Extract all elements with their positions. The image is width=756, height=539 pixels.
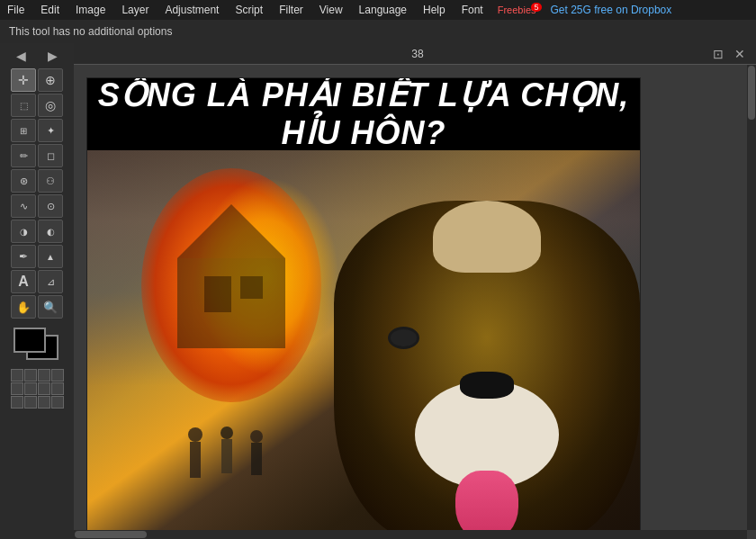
vertical-scrollbar-thumb[interactable] xyxy=(748,66,755,120)
pattern-cell[interactable] xyxy=(11,396,23,409)
burn-tool[interactable]: ◐ xyxy=(38,220,63,243)
hand-tool[interactable]: ✋ xyxy=(11,295,36,319)
dodge-tool[interactable]: ◑ xyxy=(11,220,36,243)
doc-tab-number: 38 xyxy=(126,48,709,60)
shape-tool[interactable]: ▲ xyxy=(38,245,63,268)
pattern-cell[interactable] xyxy=(24,396,37,409)
crop-tool[interactable]: ⊞ xyxy=(11,119,36,142)
pattern-cell[interactable] xyxy=(38,382,50,395)
menu-help[interactable]: Help xyxy=(416,2,453,18)
svg-rect-9 xyxy=(251,443,262,475)
pattern-grid xyxy=(11,369,64,409)
tool-row-8: ✒ ▲ xyxy=(11,245,63,268)
dog-face xyxy=(334,201,640,539)
meme-image xyxy=(87,150,640,539)
pattern-cell[interactable] xyxy=(38,369,50,382)
svg-point-8 xyxy=(250,430,263,443)
lasso-tool[interactable]: ◎ xyxy=(38,94,63,117)
toolhint-bar: This tool has no additional options xyxy=(0,20,756,43)
pattern-cell[interactable] xyxy=(11,369,23,382)
brush-tool[interactable]: ✏ xyxy=(11,144,36,167)
svg-rect-7 xyxy=(221,439,232,473)
pattern-cell[interactable] xyxy=(51,396,64,409)
menu-adjustment[interactable]: Adjustment xyxy=(158,2,226,18)
svg-rect-5 xyxy=(190,442,201,478)
dog-forehead xyxy=(433,201,541,273)
menu-layer[interactable]: Layer xyxy=(114,2,156,18)
menu-file[interactable]: File xyxy=(0,2,32,18)
color-swatches[interactable] xyxy=(14,328,60,362)
zoom-tool[interactable]: 🔍 xyxy=(38,295,63,319)
menu-freebies[interactable]: Freebies5 xyxy=(492,3,542,17)
svg-rect-2 xyxy=(204,276,231,312)
pattern-cell[interactable] xyxy=(51,382,64,395)
menu-view[interactable]: View xyxy=(312,2,350,18)
eyedropper-tool[interactable]: ⊿ xyxy=(38,270,63,293)
clone-tool[interactable]: ⊛ xyxy=(11,169,36,193)
pen-tool[interactable]: ✒ xyxy=(11,245,36,268)
house-svg xyxy=(159,186,339,366)
foreground-color-swatch[interactable] xyxy=(14,328,46,353)
canvas-area: 38 ⊡ ✕ SỐNG LÀ PHẢI BIẾT LỰA CHỌN, HỈU H… xyxy=(74,43,756,539)
tool-row-3: ⊞ ✦ xyxy=(11,119,63,142)
sidebar-scroll-right[interactable]: ▶ xyxy=(42,47,63,65)
pattern-cell[interactable] xyxy=(51,369,64,382)
svg-marker-1 xyxy=(177,204,285,258)
main-area: ◀ ▶ ✛ ⊕ ⬚ ◎ ⊞ ✦ ✏ ◻ ⊛ ⚇ ∿ ⊙ ◑ ◐ xyxy=(0,43,756,539)
pattern-cell[interactable] xyxy=(11,382,23,395)
eraser-tool[interactable]: ◻ xyxy=(38,144,63,167)
tool-row-7: ◑ ◐ xyxy=(11,220,63,243)
tool-row-10: ✋ 🔍 xyxy=(11,295,63,319)
pattern-cell[interactable] xyxy=(24,369,37,382)
sidebar-arrows: ◀ ▶ xyxy=(0,47,74,65)
smudge-tool[interactable]: ∿ xyxy=(11,194,36,218)
svg-rect-3 xyxy=(240,276,263,299)
tool-row-5: ⊛ ⚇ xyxy=(11,169,63,193)
menu-filter[interactable]: Filter xyxy=(272,2,310,18)
wand-tool[interactable]: ✦ xyxy=(38,119,63,142)
menu-script[interactable]: Script xyxy=(228,2,270,18)
menu-image[interactable]: Image xyxy=(68,2,112,18)
close-button[interactable]: ✕ xyxy=(731,47,749,61)
menu-edit[interactable]: Edit xyxy=(33,2,67,18)
patch-tool[interactable]: ⚇ xyxy=(38,169,63,193)
pattern-cell[interactable] xyxy=(24,382,37,395)
dog-nose xyxy=(460,372,514,399)
horizontal-scrollbar-thumb[interactable] xyxy=(75,531,147,538)
dog-eye xyxy=(388,327,419,349)
menu-language[interactable]: Language xyxy=(352,2,414,18)
tool-row-9: A ⊿ xyxy=(11,270,63,293)
dog-tongue xyxy=(455,471,518,539)
transform-tool[interactable]: ⊕ xyxy=(38,68,63,92)
tool-row-6: ∿ ⊙ xyxy=(11,194,63,218)
dropbox-link[interactable]: Get 25G free on Dropbox xyxy=(544,2,680,18)
svg-point-6 xyxy=(220,427,233,439)
horizontal-scrollbar[interactable] xyxy=(74,530,747,539)
pattern-cell[interactable] xyxy=(38,396,50,409)
meme-text: SỐNG LÀ PHẢI BIẾT LỰA CHỌN, HỈU HÔN? xyxy=(96,77,631,152)
move-tool[interactable]: ✛ xyxy=(11,68,36,92)
people-svg xyxy=(177,417,285,507)
menu-bar: File Edit Image Layer Adjustment Script … xyxy=(0,0,756,20)
doc-titlebar: 38 ⊡ ✕ xyxy=(74,43,756,65)
restore-button[interactable]: ⊡ xyxy=(709,47,727,61)
svg-point-4 xyxy=(188,427,202,442)
sidebar: ◀ ▶ ✛ ⊕ ⬚ ◎ ⊞ ✦ ✏ ◻ ⊛ ⚇ ∿ ⊙ ◑ ◐ xyxy=(0,43,74,539)
menu-font[interactable]: Font xyxy=(454,2,490,18)
tool-row-1: ✛ ⊕ xyxy=(11,68,63,92)
text-tool[interactable]: A xyxy=(11,270,36,293)
tool-row-4: ✏ ◻ xyxy=(11,144,63,167)
vertical-scrollbar[interactable] xyxy=(747,65,756,530)
marquee-tool[interactable]: ⬚ xyxy=(11,94,36,117)
sidebar-scroll-left[interactable]: ◀ xyxy=(11,47,32,65)
image-canvas: SỐNG LÀ PHẢI BIẾT LỰA CHỌN, HỈU HÔN? xyxy=(86,77,641,539)
meme-top-area: SỐNG LÀ PHẢI BIẾT LỰA CHỌN, HỈU HÔN? xyxy=(87,78,640,150)
toolhint-text: This tool has no additional options xyxy=(9,25,172,38)
blur-tool[interactable]: ⊙ xyxy=(38,194,63,218)
tool-row-2: ⬚ ◎ xyxy=(11,94,63,117)
canvas-scroll[interactable]: SỐNG LÀ PHẢI BIẾT LỰA CHỌN, HỈU HÔN? xyxy=(74,65,756,539)
